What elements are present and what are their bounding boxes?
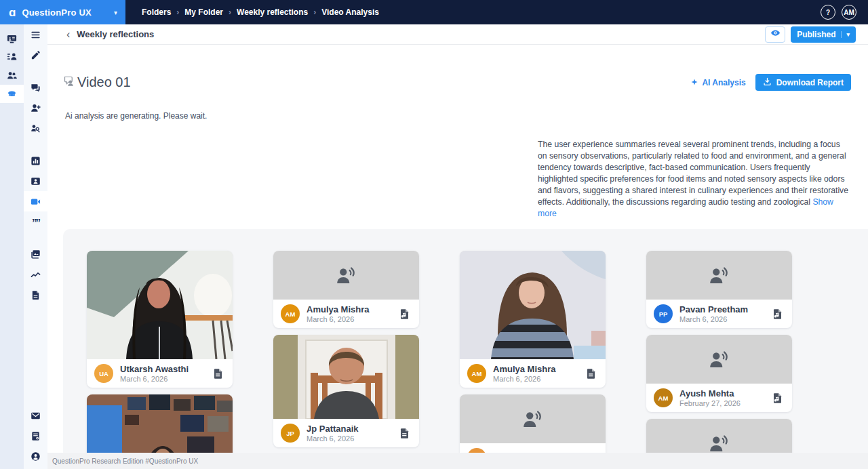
breadcrumb-item[interactable]: My Folder [184,7,223,17]
breadcrumb-separator: › [176,7,179,17]
published-label: Published [797,30,835,39]
chevron-down-icon: ▾ [841,31,850,38]
response-date: February 27, 2026 [679,399,741,407]
responses-panel: UA Utkarsh Awasthi March 6, 2026 AM Amul… [63,229,868,469]
audio-placeholder[interactable] [646,251,792,300]
user-initials: AM [844,9,854,16]
response-date: March 6, 2026 [307,315,369,323]
id-card-icon[interactable] [24,171,47,191]
transcript-file-icon[interactable] [212,368,224,380]
participant-avatar: UA [94,364,113,383]
participant-avatar: JP [281,424,300,443]
breadcrumb-separator: › [313,7,316,17]
participant-avatar: AM [467,364,486,383]
ai-summary: The user experience summaries reveal sev… [538,139,851,237]
person-add-icon[interactable] [24,98,47,118]
video-camera-icon[interactable] [24,191,47,211]
bar-chart-icon[interactable] [24,150,47,171]
org-chart-icon[interactable] [0,48,24,66]
menu-icon[interactable] [24,24,47,45]
transcript-file-icon[interactable] [772,308,783,320]
page-toolbar: ‹ Weekly reflections Published ▾ [47,24,868,45]
help-icon: ? [826,9,830,16]
user-group-icon[interactable] [0,66,24,85]
video-feedback-icon [64,76,75,89]
media-thumbnail[interactable] [460,251,606,359]
breadcrumb-item[interactable]: Weekly reflections [237,7,308,17]
form-icon[interactable] [24,426,47,446]
transcript-file-icon[interactable] [772,392,783,404]
questionpro-logo-icon: ɑ [9,7,16,18]
transcript-file-icon[interactable] [399,308,410,320]
audio-placeholder[interactable] [646,335,792,384]
response-date: March 6, 2026 [307,434,359,443]
transcript-file-icon[interactable] [585,368,597,380]
participant-card[interactable]: AM Amulya Mishra March 6, 2026 [273,251,419,328]
user-circle-icon[interactable] [24,446,47,466]
ai-analysis-button[interactable]: AI Analysis [691,78,745,87]
chevron-down-icon: ▾ [114,9,117,16]
published-dropdown[interactable]: Published ▾ [791,26,856,43]
participant-card[interactable]: AM Ayush Mehta February 27, 2026 [646,335,792,412]
breadcrumb: Folders›My Folder›Weekly reflections›Vid… [142,7,379,17]
workspace-name: QuestionPro UX [22,7,114,18]
participant-avatar: AM [654,388,673,407]
response-date: March 6, 2026 [679,315,748,323]
participant-name: Amulya Mishra [493,364,555,374]
image-gallery-icon[interactable] [24,244,47,264]
sidebar: ”” [0,24,47,469]
preview-button[interactable] [765,26,785,43]
transcript-file-icon[interactable] [399,428,410,439]
summary-text: The user experience summaries reveal sev… [538,140,848,207]
participant-name: Utkarsh Awasthi [120,364,189,374]
quotes-icon[interactable]: ”” [24,211,47,232]
participant-name: Pavan Preetham [679,304,748,314]
mail-icon[interactable] [24,405,47,426]
survey-title: Weekly reflections [77,29,154,39]
top-bar: ɑ QuestionPro UX ▾ Folders›My Folder›Wee… [0,0,868,24]
media-thumbnail[interactable] [273,335,419,419]
document-icon[interactable] [24,285,47,305]
pencil-icon[interactable] [24,45,47,65]
participant-avatar: PP [654,304,673,323]
trend-line-icon[interactable] [24,264,47,285]
breadcrumb-item[interactable]: Video Analysis [321,7,379,17]
audio-placeholder[interactable] [460,394,606,443]
eye-icon [770,28,781,41]
sparkle-icon [691,78,698,87]
ux-cap-icon[interactable] [0,85,24,103]
participant-card[interactable]: AM Amulya Mishra March 6, 2026 [460,251,606,388]
download-report-label: Download Report [776,78,844,87]
footer-text: QuestionPro Research Edition #QuestionPr… [47,457,198,465]
audio-placeholder[interactable] [273,251,419,300]
page-title: Video 01 [77,75,131,90]
ai-status-message: Ai analysis are generating. Please wait. [47,91,868,121]
sidebar-rail [0,24,24,469]
main-content: Video 01 AI Analysis Download Report Ai … [47,45,868,469]
workspace-switcher[interactable]: ɑ QuestionPro UX ▾ [0,0,125,24]
people-search-icon[interactable] [24,118,47,138]
help-button[interactable]: ? [821,5,835,20]
participant-card[interactable]: PP Pavan Preetham March 6, 2026 [646,251,792,328]
participant-card[interactable]: JP Jp Pattanaik March 6, 2026 [273,335,419,447]
user-avatar[interactable]: AM [842,5,856,20]
response-date: March 6, 2026 [493,375,555,383]
download-report-button[interactable]: Download Report [755,74,851,91]
display-icon[interactable] [0,30,24,48]
sidebar-menu: ”” [24,24,47,469]
download-icon [763,77,772,88]
breadcrumb-item[interactable]: Folders [142,7,171,17]
breadcrumb-separator: › [229,7,231,17]
media-thumbnail[interactable] [87,251,233,359]
response-date: March 6, 2026 [120,375,189,383]
participant-name: Ayush Mehta [679,388,741,399]
chat-bubbles-icon[interactable] [24,77,47,98]
participant-avatar: AM [281,304,300,323]
participant-name: Jp Pattanaik [307,424,359,434]
footer-bar: QuestionPro Research Edition #QuestionPr… [47,453,868,469]
participant-card[interactable]: UA Utkarsh Awasthi March 6, 2026 [87,251,233,388]
participant-name: Amulya Mishra [307,304,369,314]
ai-analysis-label: AI Analysis [702,78,745,87]
back-button[interactable]: ‹ [62,29,74,40]
